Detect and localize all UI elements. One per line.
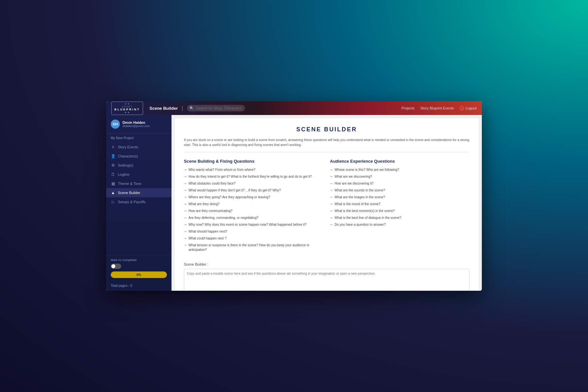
question-item: ⇒How do they intend to get it? What is t… <box>184 174 323 179</box>
question-item: ⇒Are they deferring, commanding, or nego… <box>184 216 323 220</box>
logout-label: Logout <box>466 106 477 110</box>
question-text: Do you have a question to answer? <box>335 222 386 227</box>
navbar-nav: Projects Story Bluprint Events ⏻ Logout <box>401 106 477 110</box>
content-card: SCENE BUILDER If you are stuck on a scen… <box>175 118 479 291</box>
arrow-icon: ⇒ <box>330 188 333 192</box>
nav-items: ≡ Story Events 👤 Character(s) ⚙ Setting(… <box>106 141 172 255</box>
arrow-icon: ⇒ <box>184 188 187 192</box>
progress-text: 0% <box>137 273 141 277</box>
question-item: ⇒What are we discovering? <box>330 174 469 179</box>
nav-projects[interactable]: Projects <box>401 106 415 110</box>
arrow-icon: ⇒ <box>184 243 187 247</box>
question-item: ⇒What is the best line of dialogue in th… <box>330 216 469 220</box>
question-item: ⇒What would happen if they don't get it?… <box>184 188 323 193</box>
arrow-icon: ⇒ <box>184 230 187 233</box>
question-text: What are they doing? <box>188 202 220 206</box>
sidebar-item-setting[interactable]: ⚙ Setting(s) <box>106 161 172 170</box>
arrow-icon: ⇒ <box>184 216 187 220</box>
sidebar-item-setups-payoffs[interactable]: ▷ Setups & Payoffs <box>106 197 172 206</box>
question-text: What is the best line of dialogue in the… <box>335 216 401 220</box>
question-item: ⇒Do you have a question to answer? <box>330 222 469 227</box>
question-text: What should happen next? <box>188 229 227 234</box>
question-item: ⇒Why now? Why does this event or scene h… <box>184 222 323 227</box>
scene-builder-textarea[interactable] <box>184 269 469 291</box>
user-section: DH Devin Halden dhalden@pixovi.com <box>106 115 172 134</box>
user-row: DH Devin Halden dhalden@pixovi.com <box>111 120 167 129</box>
arrow-icon: ⇒ <box>184 175 187 178</box>
scene-builder-icon: ▲ <box>111 190 115 195</box>
sidebar-item-characters[interactable]: 👤 Character(s) <box>106 152 172 161</box>
arrow-icon: ⇒ <box>330 202 333 206</box>
arrow-icon: ⇒ <box>330 168 333 172</box>
toggle-row <box>111 264 167 269</box>
sidebar-item-story-events[interactable]: ≡ Story Events <box>106 142 172 152</box>
scene-builder-section: Scene Builder : <box>184 262 469 291</box>
main-layout: DH Devin Halden dhalden@pixovi.com My Ne… <box>106 115 482 291</box>
setups-payoffs-icon: ▷ <box>111 200 115 204</box>
search-icon: 🔍 <box>189 106 194 110</box>
project-label: My New Project <box>106 134 172 141</box>
question-text: What tension or suspense is there in the… <box>188 243 323 252</box>
question-text: What would happen if they don't get it? … <box>188 188 281 193</box>
question-text: What could happen next ? <box>188 236 226 241</box>
logout-icon: ⏻ <box>460 106 464 110</box>
left-questions-list: ⇒Who wants what? From whom or from where… <box>184 168 323 252</box>
arrow-icon: ⇒ <box>330 209 333 213</box>
total-pages: Total pages - 0 <box>106 284 172 291</box>
setting-icon: ⚙ <box>111 163 115 168</box>
sidebar-item-label: Story Events <box>118 145 138 149</box>
question-text: How are they communicating? <box>188 209 233 213</box>
question-text: Where are they going? Are they approachi… <box>188 195 270 200</box>
sidebar-item-label: Theme & Tone <box>118 182 141 186</box>
question-text: What is the mood of the scene? <box>335 202 381 206</box>
search-input[interactable] <box>187 105 245 111</box>
question-item: ⇒What tension or suspense is there in th… <box>184 243 323 252</box>
navbar-title: Scene Builder <box>150 106 178 111</box>
arrow-icon: ⇒ <box>184 237 187 240</box>
sidebar-item-label: Setups & Payoffs <box>118 200 145 204</box>
sidebar-item-label: Setting(s) <box>118 163 133 167</box>
question-text: How are we discovering it? <box>335 181 374 186</box>
user-name: Devin Halden <box>122 121 150 124</box>
logo-blueprint-text: BLUEPRINT <box>114 108 140 111</box>
user-email: dhalden@pixovi.com <box>122 124 150 128</box>
left-column: Scene Building & Fixing Questions ⇒Who w… <box>184 159 323 254</box>
question-item: ⇒What obstacles could they face? <box>184 181 323 186</box>
logo-stars-left: ✦ ✦ <box>124 103 130 106</box>
page-title: SCENE BUILDER <box>184 126 469 133</box>
arrow-icon: ⇒ <box>184 182 187 185</box>
mark-completed-toggle[interactable] <box>111 264 121 269</box>
question-item: ⇒What are the images in the scene? <box>330 195 469 200</box>
arrow-icon: ⇒ <box>330 216 333 220</box>
question-text: What are we discovering? <box>335 174 372 179</box>
logout-button[interactable]: ⏻ Logout <box>460 106 477 110</box>
arrow-icon: ⇒ <box>184 168 187 172</box>
question-item: ⇒What should happen next? <box>184 229 323 234</box>
sidebar-item-label: Character(s) <box>118 154 138 158</box>
avatar: DH <box>111 120 120 129</box>
right-column-heading: Audience Experience Questions <box>330 159 469 164</box>
question-item: ⇒What is the best moment(s) in the scene… <box>330 209 469 213</box>
question-text: Why now? Why does this event or scene ha… <box>188 222 306 227</box>
question-item: ⇒How are we discovering it? <box>330 181 469 186</box>
logline-icon: 🗒 <box>111 172 115 177</box>
mark-completed-label: Mark As Completed <box>111 258 167 262</box>
navbar: ✦ ✦ STORY BLUEPRINT ✦ ✦ Scene Builder | … <box>106 101 482 115</box>
sidebar: DH Devin Halden dhalden@pixovi.com My Ne… <box>106 115 172 291</box>
arrow-icon: ⇒ <box>184 223 187 226</box>
theme-tone-icon: ▦ <box>111 181 115 186</box>
question-text: What obstacles could they face? <box>188 181 236 186</box>
sidebar-item-scene-builder[interactable]: ▲ Scene Builder <box>106 188 172 197</box>
characters-icon: 👤 <box>111 154 115 158</box>
sidebar-item-theme-tone[interactable]: ▦ Theme & Tone <box>106 179 172 188</box>
question-text: What is the best moment(s) in the scene? <box>335 209 395 213</box>
questions-grid: Scene Building & Fixing Questions ⇒Who w… <box>184 159 469 254</box>
search-wrapper: 🔍 <box>187 105 294 111</box>
question-text: Whose scene is this? Who are we followin… <box>335 168 399 172</box>
question-item: ⇒Who wants what? From whom or from where… <box>184 168 323 172</box>
logo-story-text: STORY <box>122 106 133 108</box>
sidebar-item-logline[interactable]: 🗒 Logline <box>106 170 172 179</box>
arrow-icon: ⇒ <box>330 223 333 226</box>
nav-story-blueprint-events[interactable]: Story Bluprint Events <box>420 106 454 110</box>
question-text: Who wants what? From whom or from where? <box>188 168 255 172</box>
